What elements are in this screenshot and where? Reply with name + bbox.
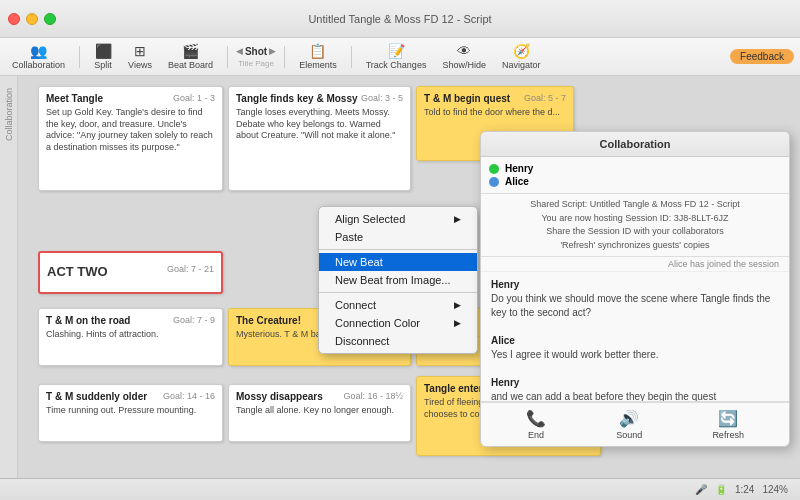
card-goal: Goal: 7 - 21: [167, 264, 214, 274]
toolbar: 👥 Collaboration ⬛ Split ⊞ Views 🎬 Beat B…: [0, 38, 800, 76]
beat-card-tm-road[interactable]: T & M on the road Goal: 7 - 9 Clashing. …: [38, 308, 223, 366]
end-icon: 📞: [526, 409, 546, 428]
beat-card-tm-older[interactable]: T & M suddenly older Goal: 14 - 16 Time …: [38, 384, 223, 442]
beat-card-act-two[interactable]: ACT TWO Goal: 7 - 21: [38, 251, 223, 294]
participant-alice: Alice: [489, 176, 781, 187]
submenu-arrow: ▶: [454, 214, 461, 224]
collab-refresh-button[interactable]: 🔄 Refresh: [712, 409, 744, 440]
collaboration-icon: 👥: [30, 44, 47, 58]
card-title: Meet Tangle Goal: 1 - 3: [46, 93, 215, 104]
navigator-button[interactable]: 🧭 Navigator: [496, 42, 547, 72]
participant-henry: Henry: [489, 163, 781, 174]
views-button[interactable]: ⊞ Views: [122, 42, 158, 72]
battery-icon: 🔋: [715, 484, 727, 495]
card-goal: Goal: 16 - 18½: [343, 391, 403, 401]
participant-name-henry: Henry: [505, 163, 533, 174]
card-body: Tangle all alone. Key no longer enough.: [236, 405, 403, 417]
toolbar-divider-3: [284, 46, 285, 68]
context-menu-item-disconnect[interactable]: Disconnect: [319, 332, 477, 350]
card-body: Told to find the door where the d...: [424, 107, 566, 119]
bottom-bar: 🎤 🔋 1:24 124%: [0, 478, 800, 500]
toolbar-divider-4: [351, 46, 352, 68]
submenu-arrow: ▶: [454, 318, 461, 328]
shot-label: Shot: [245, 46, 267, 57]
context-menu-item-new-beat-image[interactable]: New Beat from Image...: [319, 271, 477, 289]
chat-message-alice-1: Alice Yes I agree it would work better t…: [491, 334, 779, 362]
split-button[interactable]: ⬛ Split: [88, 42, 118, 72]
context-menu-item-align[interactable]: Align Selected ▶: [319, 210, 477, 228]
collab-end-button[interactable]: 📞 End: [526, 409, 546, 440]
card-goal: Goal: 14 - 16: [163, 391, 215, 401]
collab-header: Collaboration: [481, 132, 789, 157]
showhide-button[interactable]: 👁 Show/Hide: [436, 42, 492, 72]
trackchanges-button[interactable]: 📝 Track Changes: [360, 42, 433, 72]
title-bar: Untitled Tangle & Moss FD 12 - Script: [0, 0, 800, 38]
elements-button[interactable]: 📋 Elements: [293, 42, 343, 72]
chat-message-henry-1: Henry Do you think we should move the sc…: [491, 278, 779, 320]
collaboration-panel: Collaboration Henry Alice Shared Script:…: [480, 131, 790, 447]
card-goal: Goal: 5 - 7: [524, 93, 566, 103]
collab-info: Shared Script: Untitled Tangle & Moss FD…: [481, 194, 789, 257]
refresh-icon: 🔄: [718, 409, 738, 428]
views-icon: ⊞: [134, 44, 146, 58]
participant-name-alice: Alice: [505, 176, 529, 187]
beatboard-icon: 🎬: [182, 44, 199, 58]
zoom-level: 124%: [762, 484, 788, 495]
beat-card-mossy-disappears[interactable]: Mossy disappears Goal: 16 - 18½ Tangle a…: [228, 384, 411, 442]
context-menu-item-connect[interactable]: Connect ▶: [319, 296, 477, 314]
collab-chat: Henry Do you think we should move the sc…: [481, 272, 789, 402]
card-title: T & M begin quest Goal: 5 - 7: [424, 93, 566, 104]
card-body: Tangle loses everything. Meets Mossy. De…: [236, 107, 403, 142]
showhide-icon: 👁: [457, 44, 471, 58]
chat-message-henry-2: Henry and we can add a beat before they …: [491, 376, 779, 402]
toolbar-divider-1: [79, 46, 80, 68]
beat-card-tangle-finds-key[interactable]: Tangle finds key & Mossy Goal: 3 - 5 Tan…: [228, 86, 411, 191]
collab-sound-button[interactable]: 🔊 Sound: [616, 409, 642, 440]
card-body: Time running out. Pressure mounting.: [46, 405, 215, 417]
bottom-right: 🎤 🔋 1:24 124%: [695, 484, 788, 495]
close-button[interactable]: [8, 13, 20, 25]
beat-card-meet-tangle[interactable]: Meet Tangle Goal: 1 - 3 Set up Gold Key.…: [38, 86, 223, 191]
context-menu-separator-1: [319, 249, 477, 250]
card-goal: Goal: 1 - 3: [173, 93, 215, 103]
trackchanges-icon: 📝: [388, 44, 405, 58]
maximize-button[interactable]: [44, 13, 56, 25]
context-menu-item-paste[interactable]: Paste: [319, 228, 477, 246]
submenu-arrow: ▶: [454, 300, 461, 310]
context-menu-separator-2: [319, 292, 477, 293]
card-title: T & M on the road Goal: 7 - 9: [46, 315, 215, 326]
left-sidebar: Collaboration: [0, 76, 18, 478]
participant-dot-alice: [489, 177, 499, 187]
collab-participants: Henry Alice: [481, 157, 789, 194]
collaboration-button[interactable]: 👥 Collaboration: [6, 42, 71, 72]
toolbar-divider-2: [227, 46, 228, 68]
card-title: Mossy disappears Goal: 16 - 18½: [236, 391, 403, 402]
feedback-label: Feedback: [740, 51, 784, 62]
beat-board[interactable]: Meet Tangle Goal: 1 - 3 Set up Gold Key.…: [18, 76, 800, 478]
sidebar-label: Collaboration: [4, 88, 14, 141]
participant-dot-henry: [489, 164, 499, 174]
card-title: T & M suddenly older Goal: 14 - 16: [46, 391, 215, 402]
card-title: Tangle finds key & Mossy Goal: 3 - 5: [236, 93, 403, 104]
card-goal: Goal: 7 - 9: [173, 315, 215, 325]
minimize-button[interactable]: [26, 13, 38, 25]
card-body: Clashing. Hints of attraction.: [46, 329, 215, 341]
card-body: Set up Gold Key. Tangle's desire to find…: [46, 107, 215, 154]
collab-joined-msg: Alice has joined the session: [481, 257, 789, 272]
title-page-label: Title Page: [238, 59, 274, 68]
beatboard-button[interactable]: 🎬 Beat Board: [162, 42, 219, 72]
context-menu-item-connection-color[interactable]: Connection Color ▶: [319, 314, 477, 332]
card-title: ACT TWO Goal: 7 - 21: [47, 264, 214, 279]
card-goal: Goal: 3 - 5: [361, 93, 403, 103]
main-area: Collaboration Meet Tangle Goal: 1 - 3 Se…: [0, 76, 800, 478]
context-menu: Align Selected ▶ Paste New Beat New Beat…: [318, 206, 478, 354]
feedback-button[interactable]: Feedback: [730, 49, 794, 64]
navigator-icon: 🧭: [513, 44, 530, 58]
window-title: Untitled Tangle & Moss FD 12 - Script: [308, 13, 491, 25]
elements-icon: 📋: [309, 44, 326, 58]
traffic-lights: [8, 13, 56, 25]
collab-footer: 📞 End 🔊 Sound 🔄 Refresh: [481, 402, 789, 446]
sound-icon: 🔊: [619, 409, 639, 428]
context-menu-item-new-beat[interactable]: New Beat: [319, 253, 477, 271]
time-display: 1:24: [735, 484, 754, 495]
